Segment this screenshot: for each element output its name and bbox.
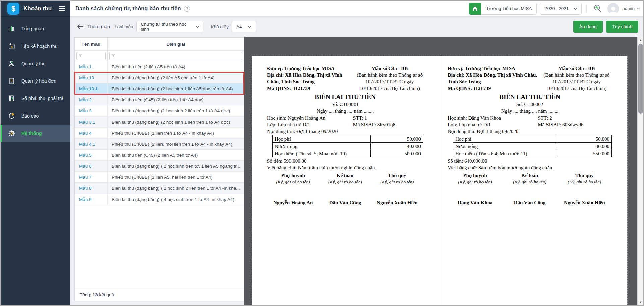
search-icon[interactable] [591,2,604,15]
signature-name: Nguyễn Xuân Hiền [371,199,423,206]
template-name-link[interactable]: Mẫu 3 [75,105,108,116]
school-selector[interactable]: Trường Tiểu học MISA [469,3,537,15]
app-title: Khoản thu [23,5,59,12]
template-name-link[interactable]: Mẫu 4.1 [75,139,108,149]
template-description: Biên lai thu (dạng bảng) (1 học sinh 2 l… [108,105,244,116]
sidebar-nav: Tổng quan $ Lập kế hoạch thu $ Quản lý t… [1,20,70,142]
sidebar-item-he-thong[interactable]: Hệ thống [1,125,70,142]
template-description: Biên lai thu (dạng bảng) (2 học sinh 1 l… [108,83,244,94]
receipt-form-number: Mẫu số C45 - BB [356,65,423,72]
filter-funnel-icon [111,54,115,57]
fee-row: Học thêm (Tồn sd: 5; Mua mới: 10)500.000 [273,150,423,157]
table-row[interactable]: Mẫu 7Phiếu thu (C40BB) (2 liên A5, hai l… [75,172,244,183]
receipt-student: Học sinh: Nguyễn Hoàng An [267,114,353,121]
table-row[interactable]: Mẫu 6Biên lai thu (dạng bảng) ( 2 học si… [75,161,244,172]
template-name-link[interactable]: Mẫu 5 [75,150,108,160]
scrollbar-down-arrow[interactable]: ▼ [638,299,643,305]
avatar[interactable] [607,3,619,14]
paper-size-select[interactable]: A4 [232,21,256,32]
preview-scrollbar[interactable]: ▲ ▼ [637,37,643,305]
template-name-link[interactable]: Mẫu 7 [75,172,108,182]
table-row-selected[interactable]: Mẫu 10.1Biên lai thu (dạng bảng) (2 học … [75,83,244,94]
template-name-link[interactable]: Mẫu 1 [75,61,108,72]
signature-name: Nguyễn Xuân Hiền [557,199,612,206]
receipt-1: Đơn vị: Trường Tiểu học MISA Địa chỉ: Xã… [252,56,440,305]
sidebar-item-quan-ly-thu[interactable]: $ Quản lý thu [1,55,70,72]
signature-note: (Ký, ghi rõ họ tên) [448,179,502,185]
template-name-link[interactable]: Mẫu 10 [75,72,108,83]
template-name-link[interactable]: Mẫu 10.1 [75,83,108,94]
user-name: admin [622,6,635,11]
school-year-value: 2020 - 2021 [544,6,569,11]
receipt-qhns: Mã QHNS: 1121739 [267,85,353,92]
apply-button[interactable]: Áp dụng [573,21,603,33]
invoice-icon [7,77,16,85]
receipt-content: Nội dung thu: Đợt 1 tháng 09/2020 [267,128,423,135]
user-menu[interactable]: admin [622,6,640,11]
page-cut-divider [440,56,440,305]
sidebar-header: $ Khoản thu [1,1,70,17]
sidebar-item-lap-ke-hoach-thu[interactable]: $ Lập kế hoạch thu [1,37,70,55]
table-row[interactable]: Mẫu 4.1Phiếu thu (C40BB) (2 liên, mỗi li… [75,139,244,150]
template-name-link[interactable]: Mẫu 6 [75,161,108,171]
fee-name: Nước uống [453,143,556,150]
filter-input-description[interactable] [109,52,242,60]
template-description: Biên lai thu (dạng bảng) ( 4 học sinh tr… [108,194,244,205]
template-description: Biên lai thu (dạng bảng) ( 2 học sinh 2 … [108,183,244,194]
back-arrow-icon[interactable] [75,22,85,32]
table-row[interactable]: Mẫu 3.1Biên lai thu (dạng bảng) (2 học s… [75,117,244,128]
fee-name: Học thêm (Tồn sd: 5; Mua mới: 10) [273,150,371,157]
table-row[interactable]: Mẫu 8Biên lai thu (dạng bảng) ( 2 học si… [75,183,244,194]
template-name-link[interactable]: Mẫu 9 [75,194,108,205]
receipt-qhns: Mã QHNS: 1121739 [448,85,538,92]
receipt-stt: STT: 1 [353,114,367,121]
template-name-link[interactable]: Mẫu 4 [75,128,108,138]
sidebar-item-label: Báo cáo [21,113,39,119]
table-row[interactable]: Mẫu 3Biên lai thu (dạng bảng) (1 học sin… [75,105,244,117]
sidebar-item-bao-cao[interactable]: Báo cáo [1,107,70,125]
template-name-link[interactable]: Mẫu 2 [75,94,108,105]
divider [586,4,587,13]
signature-role: Thủ quỹ [371,172,423,179]
sidebar-item-tong-quan[interactable]: Tổng quan [1,20,70,37]
template-description: Biên lai thu tiền (2 liên A5 trên tờ A4) [108,61,244,72]
hamburger-menu-icon[interactable] [59,6,65,11]
column-header-name[interactable]: Tên mẫu [75,38,108,50]
template-type-label: Loại mẫu [115,24,133,29]
template-name-link[interactable]: Mẫu 8 [75,183,108,194]
total-suffix: kết quả [99,292,114,297]
customize-button[interactable]: Tuỳ chỉnh [606,21,638,33]
signature-note: (Ký, ghi rõ họ tên) [371,179,423,185]
template-type-value: Chứng từ thu theo học sinh [141,22,190,32]
bar-chart-icon [7,24,16,33]
column-header-description[interactable]: Diễn giải [108,38,244,50]
add-template-button[interactable]: Thêm mẫu [87,24,110,29]
sidebar-item-so-phai-thu-phai-tra[interactable]: $ Số phải thu, phải trả [1,90,70,107]
scrollbar-thumb[interactable] [638,44,643,114]
signature-name: Đậu Văn Công [319,199,371,206]
template-description: Phiếu thu (C40BB) (2 liên A5, hai liên t… [108,172,244,182]
fee-row: Học phí50.000 [453,135,612,143]
fee-amount: 40.000 [370,143,423,150]
help-icon[interactable]: ? [184,6,190,12]
school-year-select[interactable]: 2020 - 2021 [540,3,582,15]
sidebar-item-quan-ly-hoa-don[interactable]: Quản lý hóa đơn [1,72,70,90]
receipt-date-line: Ngày .... tháng .... năm ........ [448,108,612,114]
table-row[interactable]: Mẫu 10Biên lai thu (dạng bảng) (2 liên A… [75,72,244,83]
table-row[interactable]: Mẫu 1Biên lai thu tiền (2 liên A5 trên t… [75,61,244,72]
sidebar-item-label: Quản lý hóa đơn [21,78,56,84]
template-type-select[interactable]: Chứng từ thu theo học sinh [136,21,203,32]
hand-money-icon: $ [7,59,16,68]
fee-row: Học phí50.000 [273,135,423,143]
signature-block: Phụ huynh(Ký, ghi rõ họ tên)Nguyễn Hoàng… [267,172,423,206]
table-row[interactable]: Mẫu 4Phiếu thu (C40BB) (1 liên trên 1 tờ… [75,128,244,139]
signature-note: (Ký, ghi rõ họ tên) [502,179,557,185]
template-description: Phiếu thu (C40BB) (2 liên, mỗi liên trên… [108,139,244,149]
table-row[interactable]: Mẫu 5Biên lai thu tiền (C45) (2 liên A5 … [75,150,244,161]
scrollbar-up-arrow[interactable]: ▲ [638,37,643,43]
receipt-sisap: Mã SISAP: 603dwyd6 [538,121,584,128]
school-name: Trường Tiểu học MISA [481,3,537,15]
table-row[interactable]: Mẫu 2Biên lai thu tiền (C45) (2 liên trê… [75,94,244,105]
table-row[interactable]: Mẫu 9Biên lai thu (dạng bảng) ( 4 học si… [75,194,244,205]
template-name-link[interactable]: Mẫu 3.1 [75,117,108,127]
